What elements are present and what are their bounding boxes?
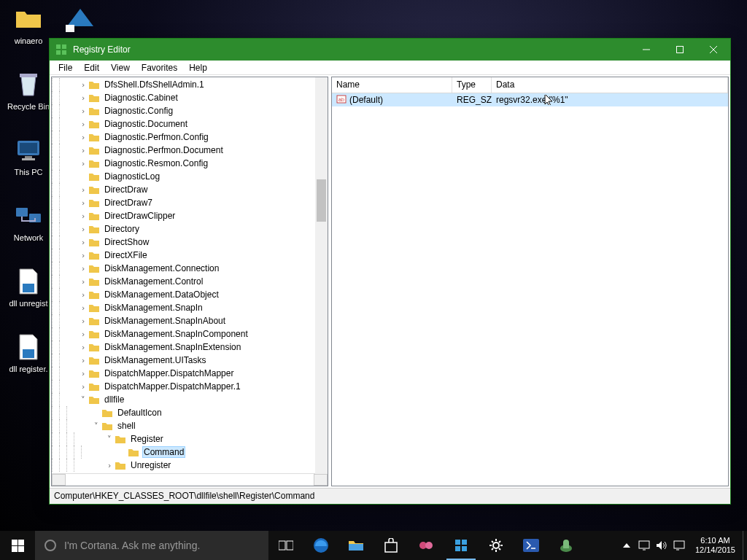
tree-node[interactable]: ›DiskManagement.DataObject [52, 288, 315, 301]
taskbar-app-powershell[interactable] [514, 531, 549, 560]
expand-toggle[interactable]: › [78, 316, 88, 326]
expand-toggle[interactable]: › [78, 185, 88, 195]
expand-toggle[interactable]: › [78, 159, 88, 168]
tree-node[interactable]: ›DiskManagement.Control [52, 275, 315, 288]
desktop-icon-shortcut[interactable] [63, 4, 98, 36]
tree-node[interactable]: ›Diagnostic.Perfmon.Document [52, 144, 315, 157]
tree-node[interactable]: ›DirectShow [52, 236, 315, 249]
desktop-icon-recycle-bin[interactable]: Recycle Bin [3, 70, 54, 127]
menu-file[interactable]: File [53, 61, 78, 74]
taskbar-app-regedit[interactable] [444, 531, 479, 560]
close-button[interactable] [697, 39, 730, 61]
column-header-type[interactable]: Type [452, 77, 492, 93]
desktop-icon-dll-register[interactable]: dll register. [3, 332, 54, 389]
expand-toggle[interactable]: › [78, 146, 88, 155]
tree-node[interactable]: ›Diagnostic.Document [52, 117, 315, 131]
expand-toggle[interactable]: › [78, 238, 88, 247]
tray-show-hidden[interactable] [618, 543, 635, 548]
expand-toggle[interactable]: › [78, 369, 88, 378]
tree-node[interactable]: ›DiskManagement.SnapInExtension [52, 341, 315, 354]
tree-node[interactable]: ›DfsShell.DfsShellAdmin.1 [52, 78, 315, 91]
task-view-button[interactable] [268, 531, 303, 560]
start-button[interactable] [0, 531, 35, 560]
values-pane[interactable]: Name Type Data ab(Default)REG_SZregsvr32… [331, 77, 729, 486]
expand-toggle[interactable]: ˅ [91, 421, 101, 431]
menu-view[interactable]: View [105, 61, 136, 74]
minimize-button[interactable] [630, 39, 663, 61]
tree-node[interactable]: ›DiskManagement.SnapInAbout [52, 314, 315, 327]
tree-node[interactable]: ›DirectDrawClipper [52, 209, 315, 222]
expand-toggle[interactable]: › [104, 461, 115, 470]
expand-toggle[interactable]: › [78, 382, 88, 392]
cortana-search[interactable]: I'm Cortana. Ask me anything. [35, 531, 268, 560]
tree-node[interactable]: ›Diagnostic.Resmon.Config [52, 157, 315, 170]
tree-pane[interactable]: ›DfsShell.DfsShellAdmin.1›Diagnostic.Cab… [51, 77, 328, 486]
tree-node[interactable]: ›DiskManagement.UITasks [52, 354, 315, 367]
tree-node[interactable]: ›DirectDraw7 [52, 196, 315, 209]
expand-toggle[interactable]: ˅ [104, 435, 115, 444]
expand-toggle[interactable]: › [78, 106, 88, 116]
list-row[interactable]: ab(Default)REG_SZregsvr32.exe "%1" [332, 93, 728, 106]
expand-toggle[interactable]: › [78, 343, 88, 352]
expand-toggle[interactable]: › [78, 133, 88, 142]
expand-toggle[interactable]: › [78, 277, 88, 287]
titlebar[interactable]: Registry Editor [50, 39, 730, 61]
taskbar-app-unknown2[interactable] [549, 531, 584, 560]
maximize-button[interactable] [663, 39, 697, 61]
taskbar-app-edge[interactable] [303, 531, 338, 560]
tree-horizontal-scrollbar[interactable] [52, 473, 328, 486]
expand-toggle[interactable]: › [78, 120, 88, 129]
expand-toggle[interactable]: › [78, 303, 88, 313]
tree-node[interactable]: DiagnosticLog [52, 170, 315, 183]
desktop-icon-dll-unregister[interactable]: dll unregist [3, 267, 54, 324]
menu-help[interactable]: Help [183, 61, 213, 74]
taskbar-clock[interactable]: 6:10 AM 12/14/2015 [688, 536, 743, 555]
expand-toggle[interactable]: › [78, 198, 88, 208]
taskbar-app-store[interactable] [374, 531, 409, 560]
expand-toggle[interactable]: › [78, 330, 88, 339]
desktop-icon-network[interactable]: Network [3, 201, 54, 258]
show-desktop-button[interactable] [743, 531, 747, 560]
expand-toggle[interactable]: › [78, 251, 88, 260]
desktop-icon-winaero[interactable]: winaero [3, 4, 54, 61]
taskbar-app-explorer[interactable] [338, 531, 374, 560]
menu-favorites[interactable]: Favorites [136, 61, 183, 74]
column-header-name[interactable]: Name [332, 77, 452, 93]
svg-point-21 [45, 540, 55, 551]
tree-node[interactable]: DefaultIcon [52, 406, 315, 419]
tree-node[interactable]: ›DiskManagement.Connection [52, 262, 315, 275]
tree-node[interactable]: ›DispatchMapper.DispatchMapper.1 [52, 380, 315, 393]
expand-toggle[interactable]: › [78, 211, 88, 221]
taskbar-app-unknown1[interactable] [409, 531, 444, 560]
tray-notifications[interactable] [670, 540, 688, 551]
tree-node[interactable]: ›DiskManagement.SnapIn [52, 301, 315, 314]
tree-node[interactable]: ›Diagnostic.Cabinet [52, 91, 315, 104]
expand-toggle[interactable]: › [78, 80, 88, 90]
tree-node[interactable]: ›DirectXFile [52, 249, 315, 262]
taskbar-app-settings[interactable] [479, 531, 514, 560]
expand-toggle[interactable]: › [78, 290, 88, 300]
tree-node[interactable]: ›Directory [52, 222, 315, 236]
tray-icon[interactable] [635, 540, 653, 551]
menu-edit[interactable]: Edit [78, 61, 105, 74]
tree-vertical-scrollbar[interactable] [315, 77, 328, 486]
folder-icon [88, 106, 100, 116]
tree-node[interactable]: ›Diagnostic.Config [52, 104, 315, 117]
expand-toggle[interactable]: › [78, 93, 88, 103]
tree-node[interactable]: ˅dllfile [52, 393, 315, 406]
expand-toggle[interactable]: › [78, 356, 88, 365]
tree-node[interactable]: ›DiskManagement.SnapInComponent [52, 327, 315, 341]
tree-node[interactable]: ›Unregister [52, 459, 315, 472]
desktop-icon-this-pc[interactable]: This PC [3, 136, 54, 192]
expand-toggle[interactable]: ˅ [78, 395, 88, 405]
tree-node[interactable]: Command [52, 446, 315, 459]
tree-node[interactable]: ›DispatchMapper.DispatchMapper [52, 367, 315, 380]
tree-node[interactable]: ˅Register [52, 432, 315, 446]
expand-toggle[interactable]: › [78, 225, 88, 234]
tree-node[interactable]: ˅shell [52, 419, 315, 432]
column-header-data[interactable]: Data [492, 77, 728, 93]
tray-volume[interactable] [653, 540, 670, 551]
expand-toggle[interactable]: › [78, 264, 88, 273]
tree-node[interactable]: ›DirectDraw [52, 183, 315, 196]
tree-node[interactable]: ›Diagnostic.Perfmon.Config [52, 131, 315, 144]
